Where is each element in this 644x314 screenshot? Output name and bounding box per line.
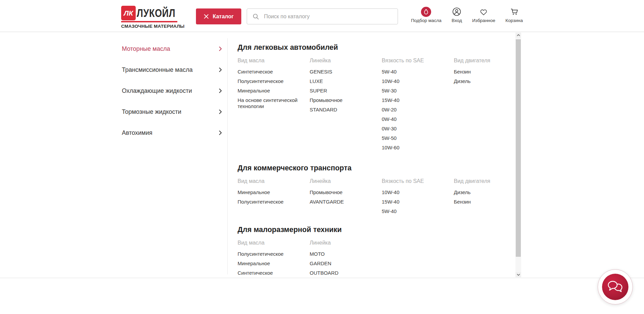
sidebar-item-label: Автохимия — [122, 129, 152, 137]
section-commercial-transport: Для коммерческого транспорта Вид масла М… — [238, 164, 515, 218]
column-header: Вид масла — [238, 239, 310, 246]
chevron-right-icon — [219, 67, 222, 72]
filter-option[interactable]: Промывочное — [310, 189, 382, 195]
filter-option[interactable]: 0W-40 — [382, 116, 454, 122]
catalog-button[interactable]: Каталог — [196, 8, 241, 24]
filter-column-oil-type: Вид масла СинтетическоеПолусинтетическое… — [238, 57, 310, 154]
filter-column-sae: Вязкость по SAE 10W-4015W-405W-40 — [382, 178, 454, 218]
filter-option[interactable]: 15W-40 — [382, 199, 454, 205]
search-input[interactable] — [263, 13, 398, 20]
sidebar-divider — [227, 38, 228, 274]
sidebar-item-coolants[interactable]: Охлаждающие жидкости — [121, 80, 227, 101]
category-sidebar: Моторные масла Трансмиссионные масла Охл… — [121, 38, 227, 143]
section-title[interactable]: Для малоразмерной техники — [238, 226, 515, 234]
chevron-right-icon — [219, 109, 222, 114]
filter-option[interactable]: 5W-50 — [382, 135, 454, 141]
filter-option[interactable]: 5W-40 — [382, 208, 454, 214]
filter-option[interactable]: GENESIS — [310, 69, 382, 75]
sidebar-item-label: Тормозные жидкости — [122, 108, 181, 116]
filter-option[interactable]: 10W-40 — [382, 78, 454, 84]
filter-option[interactable]: Синтетическое — [238, 69, 310, 75]
filter-option[interactable]: GARDEN — [310, 260, 382, 267]
column-header: Вязкость по SAE — [382, 178, 454, 185]
filter-option[interactable]: МОТО — [310, 251, 382, 257]
filter-option[interactable]: Промывочное — [310, 97, 382, 103]
filter-option[interactable]: На основе синтетической технологии — [238, 97, 310, 109]
user-icon — [452, 7, 461, 16]
sidebar-item-autochemistry[interactable]: Автохимия — [121, 122, 227, 143]
filter-option[interactable]: Полусинтетическое — [238, 251, 310, 257]
favorites-label: Избранное — [472, 18, 495, 23]
oil-picker-label: Подбор масла — [411, 18, 441, 23]
section-passenger-cars: Для легковых автомобилей Вид масла Синте… — [238, 43, 515, 154]
filter-option[interactable]: STANDARD — [310, 107, 382, 113]
column-header: Линейка — [310, 57, 382, 64]
chevron-down-icon — [517, 274, 520, 276]
chat-icon — [602, 274, 628, 300]
logo-title: ЛУКОЙЛ — [137, 6, 175, 20]
oil-picker-button[interactable]: Подбор масла — [411, 6, 441, 23]
cart-label: Корзина — [506, 18, 523, 23]
filter-option[interactable]: Минеральное — [238, 260, 310, 267]
section-small-machinery: Для малоразмерной техники Вид масла Полу… — [238, 226, 515, 279]
filter-option[interactable]: Полусинтетическое — [238, 199, 310, 205]
filter-option[interactable]: 5W-30 — [382, 88, 454, 94]
sidebar-item-label: Трансмиссионные масла — [122, 66, 193, 74]
filter-option[interactable]: 15W-40 — [382, 97, 454, 103]
filter-column-oil-type: Вид масла ПолусинтетическоеМинеральноеСи… — [238, 239, 310, 279]
chevron-right-icon — [219, 130, 222, 135]
lukoil-mark-icon: ЛК — [121, 6, 136, 20]
filter-option[interactable]: OUTBOARD — [310, 270, 382, 276]
catalog-button-label: Каталог — [213, 14, 234, 20]
filter-option[interactable]: 0W-30 — [382, 126, 454, 132]
scrollbar-up-button[interactable] — [515, 33, 521, 38]
filter-column-sae: Вязкость по SAE 5W-4010W-405W-3015W-400W… — [382, 57, 454, 154]
filter-column-line: Линейка GENESISLUXESUPERПромывочноеSTAND… — [310, 57, 382, 154]
heart-icon — [479, 7, 488, 16]
cart-button[interactable]: Корзина — [506, 6, 523, 23]
favorites-button[interactable]: Избранное — [472, 6, 495, 23]
login-button[interactable]: Вход — [452, 6, 462, 23]
cart-icon — [510, 7, 519, 16]
search-icon — [252, 13, 259, 20]
column-header: Вид масла — [238, 57, 310, 64]
logo-subtitle: СМАЗОЧНЫЕ МАТЕРИАЛЫ — [121, 24, 177, 29]
sidebar-item-motor-oils[interactable]: Моторные масла — [121, 38, 227, 59]
column-header: Вязкость по SAE — [382, 57, 454, 64]
filter-option[interactable]: LUXE — [310, 78, 382, 84]
column-header: Линейка — [310, 239, 382, 246]
oil-drop-icon — [421, 7, 431, 17]
scrollbar-down-button[interactable] — [515, 272, 521, 277]
filter-option[interactable]: Полусинтетическое — [238, 78, 310, 84]
chat-widget-button[interactable] — [598, 269, 633, 305]
filter-column-line: Линейка МОТОGARDENOUTBOARD — [310, 239, 382, 279]
column-header: Линейка — [310, 178, 382, 185]
search-box — [247, 8, 398, 24]
login-label: Вход — [452, 18, 462, 23]
section-title[interactable]: Для легковых автомобилей — [238, 43, 515, 52]
filter-column-line: Линейка ПромывочноеAVANTGARDE — [310, 178, 382, 218]
filter-option[interactable]: 10W-60 — [382, 145, 454, 151]
close-icon — [204, 14, 209, 19]
sidebar-item-label: Охлаждающие жидкости — [122, 87, 192, 95]
logo-red-bar — [121, 21, 177, 22]
header-actions: Подбор масла Вход Избран — [401, 6, 523, 23]
filter-option[interactable]: Минеральное — [238, 189, 310, 195]
site-logo[interactable]: ЛК ЛУКОЙЛ СМАЗОЧНЫЕ МАТЕРИАЛЫ — [121, 6, 177, 29]
chevron-right-icon — [219, 46, 222, 51]
filter-option[interactable]: 10W-40 — [382, 189, 454, 195]
chevron-right-icon — [219, 88, 222, 93]
filter-option[interactable]: SUPER — [310, 88, 382, 94]
filter-option[interactable]: 0W-20 — [382, 107, 454, 113]
filter-option[interactable]: Синтетическое — [238, 270, 310, 276]
menu-content: Для легковых автомобилей Вид масла Синте… — [238, 32, 515, 278]
column-header: Вид масла — [238, 178, 310, 185]
sidebar-item-transmission-oils[interactable]: Трансмиссионные масла — [121, 59, 227, 80]
sidebar-item-brake-fluids[interactable]: Тормозные жидкости — [121, 101, 227, 122]
scrollbar-thumb[interactable] — [516, 39, 521, 257]
panel-scrollbar — [515, 33, 521, 277]
filter-option[interactable]: Минеральное — [238, 88, 310, 94]
filter-option[interactable]: AVANTGARDE — [310, 199, 382, 205]
section-title[interactable]: Для коммерческого транспорта — [238, 164, 515, 172]
filter-option[interactable]: 5W-40 — [382, 69, 454, 75]
